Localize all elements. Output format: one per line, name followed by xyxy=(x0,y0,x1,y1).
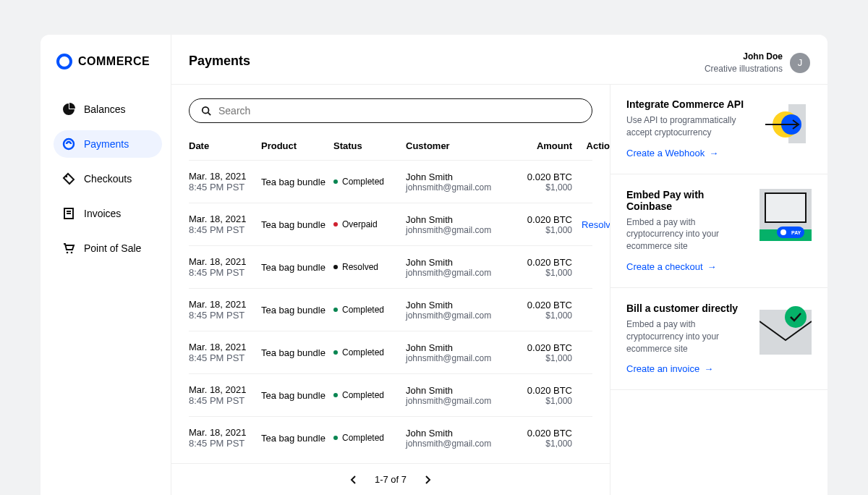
cell-date: Mar. 18, 20218:45 PM PST xyxy=(189,384,261,406)
brand-logo-icon xyxy=(56,54,72,69)
avatar[interactable]: J xyxy=(790,53,810,73)
resolve-action-link[interactable]: Resolve xyxy=(572,219,610,230)
user-menu[interactable]: John Doe Creative illustrations J xyxy=(705,51,810,75)
create-invoice-link[interactable]: Create an invoice → xyxy=(626,363,713,374)
right-rail: Integrate Commerce API Use API to progra… xyxy=(610,35,827,495)
arrow-right-icon: → xyxy=(704,363,713,374)
sidebar-item-payments[interactable]: Payments xyxy=(54,130,162,158)
card-title: Integrate Commerce API xyxy=(626,98,751,110)
payments-table: Date Product Status Customer Amount Acti… xyxy=(171,132,610,463)
cell-amount: 0.020 BTC$1,000 xyxy=(507,257,572,278)
col-customer: Customer xyxy=(406,140,507,151)
table-row[interactable]: Mar. 18, 20218:45 PM PST Tea bag bundle … xyxy=(189,161,592,203)
search-icon xyxy=(201,106,211,116)
page-info: 1-7 of 7 xyxy=(375,474,407,485)
col-status: Status xyxy=(333,140,406,151)
cell-amount: 0.020 BTC$1,000 xyxy=(507,300,572,321)
receipt-icon xyxy=(62,207,75,220)
sidebar-item-pos[interactable]: Point of Sale xyxy=(54,234,162,262)
create-checkout-link[interactable]: Create a checkout → xyxy=(626,261,717,272)
cell-customer: John Smithjohnsmith@gmail.com xyxy=(406,428,507,449)
user-info: John Doe Creative illustrations xyxy=(705,51,783,75)
col-product: Product xyxy=(261,140,333,151)
card-title: Bill a customer directly xyxy=(626,302,751,314)
cell-customer: John Smithjohnsmith@gmail.com xyxy=(406,172,507,192)
card-bill: Bill a customer directly Embed a pay wit… xyxy=(610,288,827,390)
col-date: Date xyxy=(189,140,261,151)
coin-icon xyxy=(62,138,75,151)
status-dot-icon xyxy=(333,179,338,184)
cell-amount: 0.020 BTC$1,000 xyxy=(507,342,572,363)
arrow-right-icon: → xyxy=(707,261,717,272)
table-row[interactable]: Mar. 18, 20218:45 PM PST Tea bag bundle … xyxy=(189,374,592,417)
table-row[interactable]: Mar. 18, 20218:45 PM PST Tea bag bundle … xyxy=(189,203,592,246)
search-container xyxy=(189,98,592,123)
table-row[interactable]: Mar. 18, 20218:45 PM PST Tea bag bundle … xyxy=(189,246,592,289)
status-dot-icon xyxy=(333,393,338,397)
nav-label: Checkouts xyxy=(84,173,132,185)
nav-label: Payments xyxy=(84,138,129,150)
status-dot-icon xyxy=(333,265,338,269)
card-desc: Embed a pay with cryptocurrency into you… xyxy=(626,318,751,355)
cell-product: Tea bag bundle xyxy=(261,347,333,358)
nav-label: Balances xyxy=(84,103,126,115)
cell-amount: 0.020 BTC$1,000 xyxy=(507,385,572,406)
tag-icon xyxy=(62,172,75,185)
sidebar-item-invoices[interactable]: Invoices xyxy=(54,200,162,227)
user-subtitle: Creative illustrations xyxy=(705,63,783,75)
page-title: Payments xyxy=(189,54,250,69)
main-content: Payments John Doe Creative illustrations… xyxy=(171,35,610,495)
svg-point-17 xyxy=(780,229,786,235)
nav-label: Point of Sale xyxy=(84,242,141,254)
svg-point-7 xyxy=(203,107,209,114)
cell-product: Tea bag bundle xyxy=(261,305,333,316)
embed-illustration-icon: PAY xyxy=(760,189,812,241)
cell-product: Tea bag bundle xyxy=(261,390,333,401)
cell-status: Completed xyxy=(333,433,406,443)
page-prev-button[interactable] xyxy=(350,475,357,484)
card-title: Embed Pay with Coinbase xyxy=(626,189,751,212)
col-amount: Amount xyxy=(507,140,572,151)
cell-customer: John Smithjohnsmith@gmail.com xyxy=(406,300,507,321)
svg-line-8 xyxy=(208,113,211,116)
table-row[interactable]: Mar. 18, 20218:45 PM PST Tea bag bundle … xyxy=(189,289,592,331)
cell-status: Completed xyxy=(333,305,406,315)
status-dot-icon xyxy=(333,436,338,440)
cell-customer: John Smithjohnsmith@gmail.com xyxy=(406,342,507,363)
sidebar: COMMERCE Balances Payments Checkouts Inv… xyxy=(41,35,171,495)
card-embed: Embed Pay with Coinbase Embed a pay with… xyxy=(610,174,827,288)
table-row[interactable]: Mar. 18, 20218:45 PM PST Tea bag bundle … xyxy=(189,417,592,459)
table-row[interactable]: Mar. 18, 20218:45 PM PST Tea bag bundle … xyxy=(189,331,592,374)
cell-date: Mar. 18, 20218:45 PM PST xyxy=(189,256,261,278)
cell-status: Completed xyxy=(333,347,406,358)
user-name: John Doe xyxy=(705,51,783,63)
cell-date: Mar. 18, 20218:45 PM PST xyxy=(189,171,261,192)
nav-label: Invoices xyxy=(84,208,121,219)
svg-point-20 xyxy=(785,306,807,328)
cell-amount: 0.020 BTC$1,000 xyxy=(507,214,572,235)
col-action: Action xyxy=(572,140,610,151)
page-next-button[interactable] xyxy=(424,475,431,484)
sidebar-item-balances[interactable]: Balances xyxy=(54,96,162,123)
create-webhook-link[interactable]: Create a Webhook → xyxy=(626,148,718,158)
page-header: Payments John Doe Creative illustrations… xyxy=(171,35,827,85)
search-input[interactable] xyxy=(218,105,580,117)
cell-amount: 0.020 BTC$1,000 xyxy=(507,428,572,449)
cell-product: Tea bag bundle xyxy=(261,219,333,230)
pie-chart-icon xyxy=(62,103,75,116)
cell-date: Mar. 18, 20218:45 PM PST xyxy=(189,299,261,321)
svg-rect-15 xyxy=(765,193,806,222)
status-dot-icon xyxy=(333,308,338,312)
svg-point-5 xyxy=(67,252,69,254)
card-desc: Embed a pay with cryptocurrency into you… xyxy=(626,216,751,253)
cart-icon xyxy=(62,242,75,255)
brand-logo[interactable]: COMMERCE xyxy=(56,54,162,69)
cell-customer: John Smithjohnsmith@gmail.com xyxy=(406,385,507,406)
sidebar-item-checkouts[interactable]: Checkouts xyxy=(54,165,162,192)
status-dot-icon xyxy=(333,222,338,227)
table-header: Date Product Status Customer Amount Acti… xyxy=(189,132,592,161)
cell-date: Mar. 18, 20218:45 PM PST xyxy=(189,342,261,363)
invoice-illustration-icon xyxy=(760,302,812,355)
pagination: 1-7 of 7 xyxy=(171,463,610,495)
card-desc: Use API to programmatically accept crypt… xyxy=(626,114,751,139)
